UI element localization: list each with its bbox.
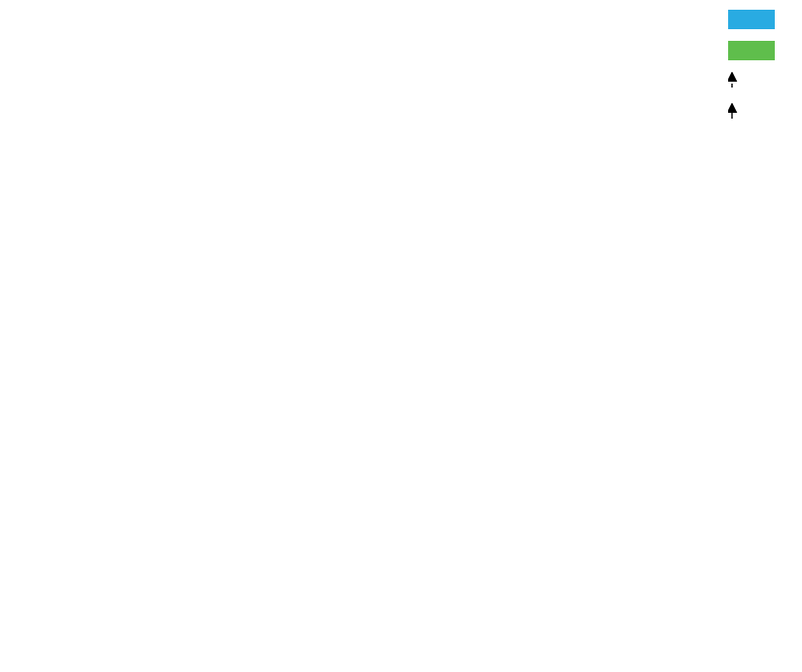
legend-swatch-class [728,41,775,60]
legend-line-extends [728,103,775,123]
edges-layer [0,0,802,672]
legend-class [728,37,792,64]
legend-interface [728,6,792,33]
legend [728,6,792,130]
legend-implements [728,68,792,95]
legend-extends [728,99,792,126]
legend-swatch-interface [728,10,775,29]
diagram-canvas: { "legend": { "interface": "interface", … [0,0,802,672]
legend-line-implements [728,72,775,91]
